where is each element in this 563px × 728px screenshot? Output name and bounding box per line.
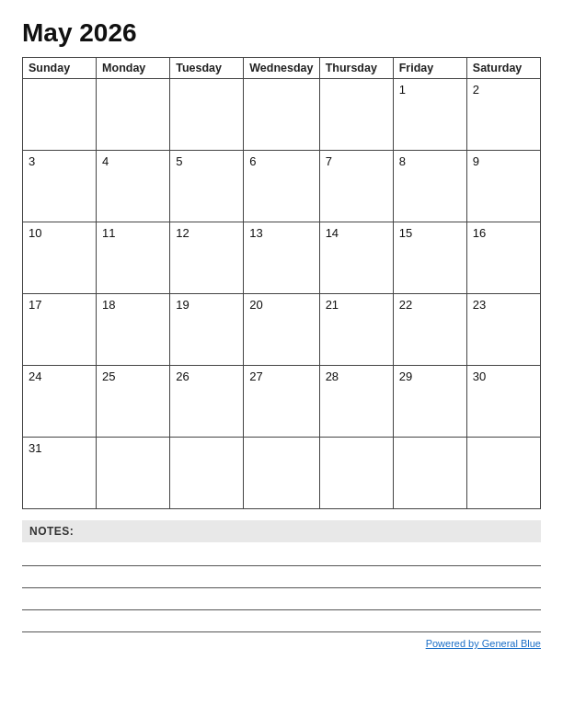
day-number: 4 (102, 154, 109, 168)
calendar-day-cell: 26 (170, 366, 244, 438)
calendar-day-cell (466, 438, 540, 509)
calendar-day-cell (244, 79, 319, 151)
day-number: 20 (249, 298, 262, 312)
calendar-week-row: 17181920212223 (23, 294, 541, 366)
calendar-day-cell: 27 (244, 366, 319, 438)
day-number: 29 (399, 370, 412, 383)
day-number: 9 (473, 154, 479, 168)
calendar-day-cell: 22 (393, 294, 466, 366)
day-number: 31 (29, 441, 41, 455)
calendar-header-cell: Thursday (319, 58, 393, 79)
calendar-header-cell: Sunday (23, 58, 97, 79)
calendar-week-row: 24252627282930 (23, 366, 541, 438)
calendar-week-row: 10111213141516 (23, 222, 541, 294)
calendar-day-cell: 6 (244, 151, 319, 222)
calendar-day-cell: 17 (23, 294, 97, 366)
notes-section: NOTES: (22, 520, 541, 632)
calendar-day-cell (170, 438, 244, 509)
notes-line (22, 612, 541, 632)
notes-line (22, 590, 541, 610)
day-number: 24 (29, 370, 41, 383)
day-number: 14 (326, 226, 339, 240)
calendar-day-cell: 8 (393, 151, 466, 222)
day-number: 13 (249, 226, 262, 240)
day-number: 5 (176, 154, 182, 168)
calendar-week-row: 31 (23, 438, 541, 509)
calendar-day-cell: 29 (393, 366, 466, 438)
calendar-header-cell: Saturday (466, 58, 540, 79)
calendar-day-cell: 5 (170, 151, 244, 222)
calendar-day-cell: 24 (23, 366, 97, 438)
day-number: 2 (473, 83, 479, 97)
day-number: 25 (102, 370, 115, 383)
calendar-day-cell: 11 (97, 222, 170, 294)
calendar-day-cell (319, 438, 393, 509)
notes-label: NOTES: (22, 520, 541, 542)
day-number: 27 (249, 370, 262, 383)
calendar-day-cell: 16 (466, 222, 540, 294)
day-number: 7 (326, 154, 332, 168)
calendar-day-cell (319, 79, 393, 151)
day-number: 12 (176, 226, 189, 240)
day-number: 21 (326, 298, 339, 312)
day-number: 22 (399, 298, 412, 312)
notes-lines (22, 546, 541, 632)
calendar-day-cell: 12 (170, 222, 244, 294)
calendar-day-cell: 31 (23, 438, 97, 509)
calendar-day-cell (23, 79, 97, 151)
day-number: 10 (29, 226, 41, 240)
calendar-day-cell: 13 (244, 222, 319, 294)
day-number: 15 (399, 226, 412, 240)
day-number: 8 (399, 154, 406, 168)
calendar-day-cell: 3 (23, 151, 97, 222)
calendar-day-cell: 20 (244, 294, 319, 366)
calendar-day-cell: 14 (319, 222, 393, 294)
calendar-day-cell: 4 (97, 151, 170, 222)
notes-line (22, 568, 541, 588)
calendar-day-cell: 18 (97, 294, 170, 366)
calendar-day-cell: 15 (393, 222, 466, 294)
calendar-header-cell: Friday (393, 58, 466, 79)
calendar-day-cell (97, 79, 170, 151)
calendar-day-cell: 30 (466, 366, 540, 438)
calendar-header-row: SundayMondayTuesdayWednesdayThursdayFrid… (23, 58, 541, 79)
calendar-day-cell: 23 (466, 294, 540, 366)
calendar-day-cell: 21 (319, 294, 393, 366)
calendar-week-row: 12 (23, 79, 541, 151)
calendar-day-cell (97, 438, 170, 509)
day-number: 19 (176, 298, 189, 312)
day-number: 3 (29, 154, 35, 168)
day-number: 16 (473, 226, 486, 240)
powered-by-link[interactable]: Powered by General Blue (426, 638, 541, 649)
day-number: 23 (473, 298, 486, 312)
calendar-day-cell: 9 (466, 151, 540, 222)
calendar-day-cell: 25 (97, 366, 170, 438)
day-number: 17 (29, 298, 41, 312)
day-number: 18 (102, 298, 115, 312)
calendar-day-cell (393, 438, 466, 509)
notes-line (22, 546, 541, 566)
day-number: 26 (176, 370, 189, 383)
calendar-day-cell: 2 (466, 79, 540, 151)
calendar-day-cell: 19 (170, 294, 244, 366)
calendar-header-cell: Wednesday (244, 58, 319, 79)
calendar-day-cell: 1 (393, 79, 466, 151)
calendar-day-cell (170, 79, 244, 151)
day-number: 30 (473, 370, 486, 383)
day-number: 11 (102, 226, 115, 240)
calendar-header-cell: Tuesday (170, 58, 244, 79)
powered-by: Powered by General Blue (22, 638, 541, 649)
calendar-table: SundayMondayTuesdayWednesdayThursdayFrid… (22, 57, 541, 509)
calendar-day-cell: 28 (319, 366, 393, 438)
calendar-header-cell: Monday (97, 58, 170, 79)
page-title: May 2026 (22, 18, 541, 48)
day-number: 1 (399, 83, 406, 97)
calendar-day-cell (244, 438, 319, 509)
calendar-week-row: 3456789 (23, 151, 541, 222)
calendar-day-cell: 7 (319, 151, 393, 222)
day-number: 28 (326, 370, 339, 383)
day-number: 6 (249, 154, 256, 168)
calendar-day-cell: 10 (23, 222, 97, 294)
